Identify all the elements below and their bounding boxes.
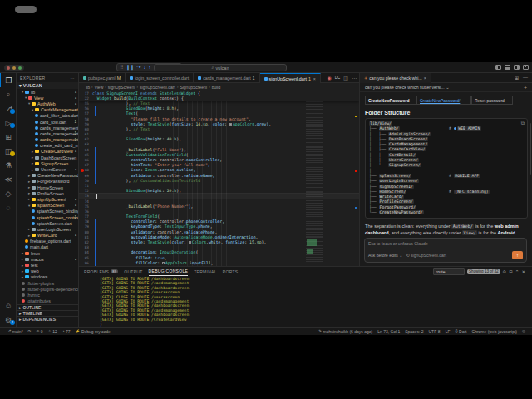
status-item-debug-task[interactable]: ⚡Debug my code bbox=[76, 329, 111, 334]
customize-layout-icon[interactable] bbox=[523, 65, 529, 70]
chat-input-box[interactable]: Esc to focus or unfocus Claude Ask befor… bbox=[364, 238, 527, 263]
step-out-icon[interactable]: ↑ bbox=[149, 65, 151, 70]
split-editor-icon[interactable]: ◫ bbox=[343, 75, 348, 81]
tree-item-splashscreen-controller-dart[interactable]: splashScreen_controller.dart1 bbox=[17, 214, 78, 220]
panel-tab-ports[interactable]: PORTS bbox=[223, 267, 239, 276]
step-into-icon[interactable]: ↓ bbox=[144, 65, 146, 70]
tree-item-main-dart[interactable]: main.dart bbox=[17, 244, 78, 250]
breadcrumb-item[interactable]: signUpScreenI bbox=[108, 85, 135, 90]
debug-console-icon[interactable]: DC bbox=[335, 76, 341, 80]
breakpoint-icon[interactable] bbox=[81, 169, 84, 172]
settings-gear-icon[interactable]: ⚙1 bbox=[0, 313, 17, 327]
sidebar-section-timeline[interactable]: ▸TIMELINE bbox=[17, 310, 78, 316]
maximize-panel-icon[interactable]: ⌃ bbox=[515, 269, 520, 274]
tree-item-cards-management-binding-dart[interactable]: cards_management_binding.dart bbox=[17, 125, 78, 131]
breadcrumb-item[interactable]: SignupScreenI bbox=[180, 85, 207, 90]
tree-item-usersscreen[interactable]: ▸UsersScreen● bbox=[17, 166, 78, 172]
tree-item-createcardview[interactable]: ▸CreateCardView● bbox=[17, 149, 78, 155]
status-item-git-sync[interactable]: ⟳ bbox=[28, 329, 32, 333]
status-item-warnings[interactable]: ⚠12 bbox=[48, 329, 57, 334]
tree-item-test[interactable]: ▸test bbox=[17, 262, 78, 268]
history-icon[interactable]: ⊞ bbox=[515, 75, 519, 81]
send-button[interactable]: ↑ bbox=[512, 251, 523, 259]
more-actions-icon[interactable]: ⋯ bbox=[352, 75, 357, 81]
tree-item-profilescreen[interactable]: ▸ProfileScreen bbox=[17, 190, 78, 196]
water-drop-icon[interactable]: ◌ bbox=[0, 200, 17, 214]
code-line-22[interactable]: 22Widget build(BuildContext context) { bbox=[79, 96, 359, 101]
new-chat-button[interactable]: + bbox=[524, 85, 527, 91]
tree-item-signupscreeni[interactable]: ▸signUpScreenI● bbox=[17, 196, 78, 202]
panel-tab-problems[interactable]: PROBLEMS89 bbox=[84, 267, 118, 276]
status-item-cursor-position[interactable]: Ln 73, Col 1 bbox=[377, 329, 400, 334]
close-icon[interactable]: × bbox=[313, 76, 316, 81]
tree-item-cards-management-controll-[interactable]: cards_management_controll...1 bbox=[17, 131, 78, 136]
collapse-all-icon[interactable]: ⊟ bbox=[509, 269, 513, 274]
chat-tab[interactable]: ✳ can you please check whi... × bbox=[360, 73, 431, 83]
status-item-notifications[interactable]: ◎ bbox=[522, 329, 525, 333]
toggle-secondary-sidebar-icon[interactable] bbox=[514, 65, 520, 70]
code-editor[interactable]: 53fontFamily: "Roboto",54), // TextStyle… bbox=[79, 91, 359, 266]
tree-item-userloginscreen[interactable]: ▸userLoginScreen bbox=[17, 226, 78, 232]
tree-item--gitattributes[interactable]: .gitattributes bbox=[17, 298, 78, 304]
tree-item-web[interactable]: ▸web bbox=[17, 268, 78, 274]
breadcrumb[interactable]: lib›View›signUpScreenI›signUpScreenI.dar… bbox=[79, 83, 359, 91]
status-item-eol[interactable]: LF bbox=[446, 329, 451, 334]
status-item-git-blame[interactable]: ✎mohsinshaikh (6 days ago) bbox=[318, 329, 372, 334]
breadcrumb-item[interactable]: lib bbox=[86, 85, 90, 90]
pause-icon[interactable]: ❙❙ bbox=[126, 65, 134, 70]
status-item-git-branch[interactable]: ⎇main* bbox=[7, 329, 23, 334]
status-item-debug-target[interactable]: Chrome (web-javascript) bbox=[472, 329, 517, 334]
preview-icon[interactable]: ◇ bbox=[0, 186, 17, 200]
testing-icon[interactable]: ⚗ bbox=[0, 158, 17, 172]
tree-item-cardsmanagement[interactable]: ▾CardsManagement● bbox=[17, 107, 78, 113]
extensions-icon[interactable]: ⊞ bbox=[0, 130, 17, 144]
workspace-root[interactable]: ▾ VULCAN bbox=[17, 82, 78, 89]
tree-item-card-filter-tabs-dart[interactable]: card_filter_tabs.dart bbox=[17, 113, 78, 119]
more-actions-icon[interactable]: ⋯ bbox=[71, 76, 75, 81]
tree-item--hvmrc[interactable]: .hvmrc bbox=[17, 292, 78, 298]
editor-tab-login-screen-controller-dart[interactable]: login_screen_controller.dart bbox=[126, 73, 194, 83]
close-button[interactable] bbox=[7, 66, 10, 70]
console-filter-input[interactable] bbox=[433, 268, 465, 275]
run-devtools-icon[interactable]: ◉ bbox=[328, 75, 332, 81]
editor-tab-cards-management-dart[interactable]: cards_management.dart1 bbox=[194, 73, 259, 83]
tree-item-dashboardscreen[interactable]: ▸DashBoardScreen bbox=[17, 155, 78, 160]
toggle-primary-sidebar-icon[interactable] bbox=[495, 65, 501, 70]
search-icon[interactable]: ⌕ bbox=[0, 87, 17, 101]
breadcrumb-item[interactable]: signUpScreenI.dart bbox=[140, 85, 175, 90]
tree-item-cards-management-dart[interactable]: cards_management.dart1 bbox=[17, 137, 78, 143]
panel-tab-output[interactable]: OUTPUT bbox=[124, 267, 142, 276]
clear-console-icon[interactable]: ⊘ bbox=[503, 269, 507, 274]
zoom-button[interactable] bbox=[18, 66, 22, 70]
remote-explorer-icon[interactable]: ≪ bbox=[0, 172, 17, 186]
edit-mode-selector[interactable]: Ask before edits ⌄ bbox=[368, 253, 402, 258]
tree-item-forgetpassword[interactable]: ▸ForgetPassword bbox=[17, 179, 78, 185]
docker-icon[interactable]: ◫ bbox=[0, 144, 17, 158]
tree-item-view[interactable]: ▾View● bbox=[17, 95, 78, 101]
toggle-panel-icon[interactable] bbox=[505, 65, 510, 70]
source-control-icon[interactable]: ⎇ bbox=[0, 101, 17, 116]
tree-item-authweb[interactable]: ▾AuthWeb● bbox=[17, 101, 78, 106]
tree-item-splashscreen-dart[interactable]: splashScreen.dart bbox=[17, 220, 78, 226]
table-cell-link[interactable]: CreateNewPassword/ bbox=[416, 96, 471, 105]
tree-item-createnewpassword[interactable]: ▸CreateNewPassword bbox=[17, 173, 78, 179]
explorer-icon[interactable]: ❐ bbox=[0, 73, 17, 87]
chat-scrollbar[interactable] bbox=[530, 123, 531, 175]
tree-item--flutter-plugins-dependencies[interactable]: .flutter-plugins-dependencies bbox=[17, 286, 78, 292]
status-item-indentation[interactable]: Spaces: 2 bbox=[405, 329, 423, 334]
status-item-errors[interactable]: ⊘0 bbox=[36, 329, 42, 334]
tree-item-homescreen[interactable]: ▸HomeScreen bbox=[17, 185, 78, 190]
minimize-button[interactable] bbox=[12, 66, 16, 70]
editor-tab-signupscreeni-dart[interactable]: signUpScreenI.dart1× bbox=[260, 73, 321, 83]
breadcrumb-item[interactable]: View bbox=[95, 85, 104, 90]
drag-handle-icon[interactable]: ⠿ bbox=[120, 65, 123, 70]
tree-item-card-row-dart[interactable]: card_row.dart1 bbox=[17, 119, 78, 125]
breadcrumb-item[interactable]: build bbox=[212, 85, 221, 90]
editor-tab-pubspec-yaml[interactable]: pubspec.yamlM bbox=[79, 73, 126, 83]
tree-item-splashscreen-binding-dart[interactable]: splashScreen_binding.dart bbox=[17, 209, 78, 214]
status-item-language-mode[interactable]: {}Dart bbox=[455, 329, 466, 334]
panel-tab-terminal[interactable]: TERMINAL bbox=[194, 267, 217, 276]
step-over-icon[interactable]: ↷ bbox=[136, 65, 140, 70]
status-item-infos[interactable]: ◔77 bbox=[62, 329, 71, 334]
tree-item-firebase-options-dart[interactable]: firebase_options.dart bbox=[17, 239, 78, 244]
